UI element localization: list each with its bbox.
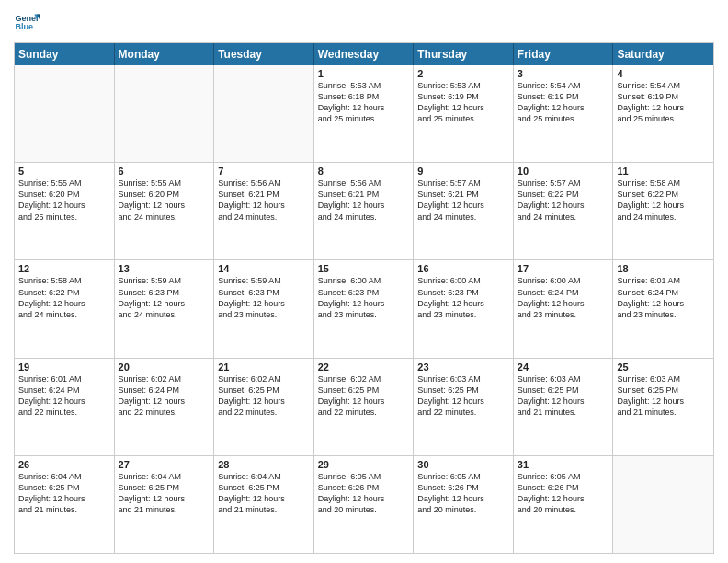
day-cell: 12Sunrise: 5:58 AM Sunset: 6:22 PM Dayli… (15, 260, 115, 357)
day-number: 19 (18, 362, 110, 373)
day-headers-row: SundayMondayTuesdayWednesdayThursdayFrid… (15, 43, 713, 65)
day-cell: 19Sunrise: 6:01 AM Sunset: 6:24 PM Dayli… (15, 359, 115, 455)
day-info: Sunrise: 5:53 AM Sunset: 6:18 PM Dayligh… (318, 80, 410, 125)
week-row-1: 5Sunrise: 5:55 AM Sunset: 6:20 PM Daylig… (15, 163, 713, 260)
day-number: 17 (518, 263, 609, 274)
day-number: 26 (18, 459, 110, 470)
day-number: 1 (318, 68, 410, 79)
day-info: Sunrise: 6:00 AM Sunset: 6:23 PM Dayligh… (318, 275, 410, 320)
day-number: 25 (617, 362, 710, 373)
day-cell: 2Sunrise: 5:53 AM Sunset: 6:19 PM Daylig… (414, 65, 514, 162)
day-number: 13 (119, 263, 210, 274)
svg-text:Blue: Blue (15, 22, 33, 31)
weeks-container: 1Sunrise: 5:53 AM Sunset: 6:18 PM Daylig… (15, 65, 713, 553)
day-info: Sunrise: 5:56 AM Sunset: 6:21 PM Dayligh… (218, 178, 310, 223)
day-cell: 31Sunrise: 6:05 AM Sunset: 6:26 PM Dayli… (514, 456, 614, 553)
day-cell: 8Sunrise: 5:56 AM Sunset: 6:21 PM Daylig… (314, 163, 415, 259)
day-cell: 14Sunrise: 5:59 AM Sunset: 6:23 PM Dayli… (214, 260, 314, 357)
day-number: 15 (318, 263, 410, 274)
day-info: Sunrise: 5:59 AM Sunset: 6:23 PM Dayligh… (218, 275, 310, 320)
day-cell: 27Sunrise: 6:04 AM Sunset: 6:25 PM Dayli… (115, 456, 215, 553)
calendar: SundayMondayTuesdayWednesdayThursdayFrid… (14, 42, 714, 554)
day-header-thursday: Thursday (414, 43, 514, 65)
logo-icon: General Blue (14, 9, 40, 35)
day-cell: 28Sunrise: 6:04 AM Sunset: 6:25 PM Dayli… (214, 456, 314, 553)
day-number: 20 (119, 362, 210, 373)
day-number: 12 (18, 263, 110, 274)
day-number: 29 (318, 459, 410, 470)
day-header-wednesday: Wednesday (314, 43, 415, 65)
day-number: 9 (417, 166, 509, 177)
day-info: Sunrise: 5:58 AM Sunset: 6:22 PM Dayligh… (18, 275, 110, 320)
day-info: Sunrise: 6:00 AM Sunset: 6:23 PM Dayligh… (417, 275, 509, 320)
day-cell: 6Sunrise: 5:55 AM Sunset: 6:20 PM Daylig… (115, 163, 215, 259)
day-number: 10 (518, 166, 609, 177)
day-number: 30 (417, 459, 509, 470)
calendar-page: General Blue SundayMondayTuesdayWednesda… (0, 0, 728, 563)
day-cell: 23Sunrise: 6:03 AM Sunset: 6:25 PM Dayli… (414, 359, 514, 455)
day-cell: 30Sunrise: 6:05 AM Sunset: 6:26 PM Dayli… (414, 456, 514, 553)
day-number: 31 (518, 459, 609, 470)
day-info: Sunrise: 6:05 AM Sunset: 6:26 PM Dayligh… (417, 471, 509, 516)
week-row-2: 12Sunrise: 5:58 AM Sunset: 6:22 PM Dayli… (15, 260, 713, 358)
day-cell: 24Sunrise: 6:03 AM Sunset: 6:25 PM Dayli… (514, 359, 614, 455)
day-info: Sunrise: 5:54 AM Sunset: 6:19 PM Dayligh… (617, 80, 710, 125)
week-row-3: 19Sunrise: 6:01 AM Sunset: 6:24 PM Dayli… (15, 359, 713, 456)
day-info: Sunrise: 5:53 AM Sunset: 6:19 PM Dayligh… (417, 80, 509, 125)
week-row-4: 26Sunrise: 6:04 AM Sunset: 6:25 PM Dayli… (15, 456, 713, 553)
day-cell: 17Sunrise: 6:00 AM Sunset: 6:24 PM Dayli… (514, 260, 614, 357)
day-cell: 9Sunrise: 5:57 AM Sunset: 6:21 PM Daylig… (414, 163, 514, 259)
day-info: Sunrise: 5:57 AM Sunset: 6:22 PM Dayligh… (518, 178, 609, 223)
day-info: Sunrise: 6:04 AM Sunset: 6:25 PM Dayligh… (218, 471, 310, 516)
day-cell: 11Sunrise: 5:58 AM Sunset: 6:22 PM Dayli… (613, 163, 713, 259)
header: General Blue (14, 9, 714, 35)
week-row-0: 1Sunrise: 5:53 AM Sunset: 6:18 PM Daylig… (15, 65, 713, 163)
day-number: 18 (617, 263, 710, 274)
day-cell: 15Sunrise: 6:00 AM Sunset: 6:23 PM Dayli… (314, 260, 415, 357)
day-cell: 22Sunrise: 6:02 AM Sunset: 6:25 PM Dayli… (314, 359, 415, 455)
day-number: 22 (318, 362, 410, 373)
day-info: Sunrise: 5:59 AM Sunset: 6:23 PM Dayligh… (119, 275, 210, 320)
day-header-sunday: Sunday (15, 43, 115, 65)
day-number: 11 (617, 166, 710, 177)
day-number: 8 (318, 166, 410, 177)
day-info: Sunrise: 6:04 AM Sunset: 6:25 PM Dayligh… (18, 471, 110, 516)
day-info: Sunrise: 6:02 AM Sunset: 6:25 PM Dayligh… (318, 373, 410, 419)
day-info: Sunrise: 5:57 AM Sunset: 6:21 PM Dayligh… (417, 178, 509, 223)
day-number: 23 (417, 362, 509, 373)
day-number: 27 (119, 459, 210, 470)
day-info: Sunrise: 6:04 AM Sunset: 6:25 PM Dayligh… (119, 471, 210, 516)
day-info: Sunrise: 6:00 AM Sunset: 6:24 PM Dayligh… (518, 275, 609, 320)
day-info: Sunrise: 6:01 AM Sunset: 6:24 PM Dayligh… (18, 373, 110, 419)
day-number: 16 (417, 263, 509, 274)
day-cell: 7Sunrise: 5:56 AM Sunset: 6:21 PM Daylig… (214, 163, 314, 259)
day-info: Sunrise: 6:05 AM Sunset: 6:26 PM Dayligh… (518, 471, 609, 516)
day-info: Sunrise: 6:03 AM Sunset: 6:25 PM Dayligh… (518, 373, 609, 419)
day-info: Sunrise: 6:03 AM Sunset: 6:25 PM Dayligh… (417, 373, 509, 419)
day-cell (15, 65, 115, 162)
day-cell: 25Sunrise: 6:03 AM Sunset: 6:25 PM Dayli… (613, 359, 713, 455)
logo: General Blue (14, 9, 43, 35)
day-info: Sunrise: 5:54 AM Sunset: 6:19 PM Dayligh… (518, 80, 609, 125)
day-cell (214, 65, 314, 162)
day-header-monday: Monday (115, 43, 215, 65)
day-cell: 26Sunrise: 6:04 AM Sunset: 6:25 PM Dayli… (15, 456, 115, 553)
day-header-friday: Friday (514, 43, 614, 65)
day-cell: 3Sunrise: 5:54 AM Sunset: 6:19 PM Daylig… (514, 65, 614, 162)
day-number: 24 (518, 362, 609, 373)
day-info: Sunrise: 6:02 AM Sunset: 6:24 PM Dayligh… (119, 373, 210, 419)
day-cell: 20Sunrise: 6:02 AM Sunset: 6:24 PM Dayli… (115, 359, 215, 455)
day-info: Sunrise: 6:03 AM Sunset: 6:25 PM Dayligh… (617, 373, 710, 419)
day-cell (613, 456, 713, 553)
day-cell: 29Sunrise: 6:05 AM Sunset: 6:26 PM Dayli… (314, 456, 415, 553)
day-info: Sunrise: 6:05 AM Sunset: 6:26 PM Dayligh… (318, 471, 410, 516)
day-info: Sunrise: 5:55 AM Sunset: 6:20 PM Dayligh… (119, 178, 210, 223)
day-cell: 4Sunrise: 5:54 AM Sunset: 6:19 PM Daylig… (613, 65, 713, 162)
day-cell: 5Sunrise: 5:55 AM Sunset: 6:20 PM Daylig… (15, 163, 115, 259)
day-cell: 18Sunrise: 6:01 AM Sunset: 6:24 PM Dayli… (613, 260, 713, 357)
day-number: 14 (218, 263, 310, 274)
day-info: Sunrise: 5:55 AM Sunset: 6:20 PM Dayligh… (18, 178, 110, 223)
day-cell: 16Sunrise: 6:00 AM Sunset: 6:23 PM Dayli… (414, 260, 514, 357)
day-cell: 21Sunrise: 6:02 AM Sunset: 6:25 PM Dayli… (214, 359, 314, 455)
day-number: 28 (218, 459, 310, 470)
